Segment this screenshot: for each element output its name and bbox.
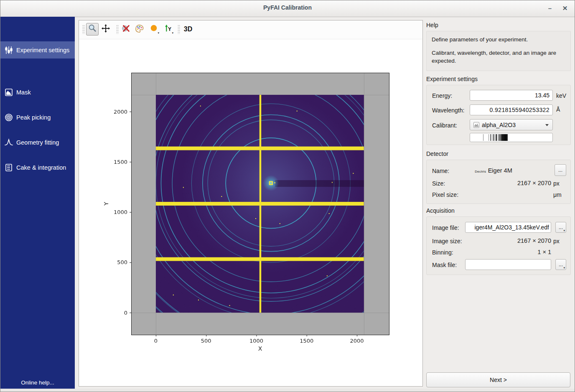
clear-button[interactable] [120, 23, 132, 36]
detector-size-unit: px [553, 180, 560, 187]
pan-button[interactable] [99, 23, 112, 36]
experiment-settings-title: Experiment settings [426, 76, 478, 82]
sidebar: Experiment settings Mask Peak picking [0, 17, 75, 389]
pixel-size-unit: μm [553, 191, 562, 198]
sidebar-item-peak-picking[interactable]: Peak picking [0, 109, 75, 126]
acquisition-group: Image file: ... ▾ Image size: 2167 × 207… [426, 216, 571, 275]
sidebar-item-label: Mask [16, 89, 31, 96]
diffraction-plot-canvas[interactable] [101, 63, 418, 360]
binning-value: 1 × 1 [427, 249, 551, 255]
detector-brand: Dectris [475, 170, 486, 173]
calibrant-rings-preview [470, 133, 553, 142]
close-button[interactable]: ✕ [559, 3, 571, 14]
title-bar: PyFAI Calibration – ✕ [0, 0, 575, 17]
magnifier-icon [88, 24, 97, 35]
red-cross-icon [121, 24, 130, 35]
help-box: Define parameters of your experiment. Ca… [426, 31, 571, 71]
energy-unit: keV [556, 92, 566, 99]
3d-label: 3D [184, 25, 192, 33]
energy-input[interactable] [470, 90, 553, 101]
chevron-down-icon: ▾ [563, 229, 565, 232]
image-file-label: Image file: [432, 224, 459, 231]
minimize-button[interactable]: – [544, 3, 556, 14]
sidebar-item-label: Cake & integration [16, 164, 66, 171]
toolbar-drag-handle[interactable] [116, 25, 119, 34]
image-size-unit: px [553, 238, 560, 244]
wavelength-unit: Å [556, 106, 560, 113]
detector-more-button[interactable]: ... [555, 164, 566, 176]
sidebar-item-label: Peak picking [16, 114, 51, 121]
image-size-value: 2167 × 2070 [427, 237, 551, 244]
chevron-down-icon: ▾ [172, 31, 173, 34]
sidebar-item-label: Experiment settings [16, 47, 69, 53]
next-button[interactable]: Next > [426, 372, 570, 387]
detector-size-value: 2167 × 2070 [427, 180, 551, 186]
y-axis-arrow-icon: Y [163, 24, 173, 35]
help-text-line1: Define parameters of your experiment. [432, 36, 565, 44]
online-help-link[interactable]: Online help... [0, 379, 75, 386]
peak-curve-icon [4, 138, 13, 147]
energy-label: Energy: [432, 92, 452, 99]
image-file-browse-button[interactable]: ... ▾ [555, 222, 566, 233]
chevron-down-icon [545, 124, 549, 126]
wavelength-label: Wavelength: [432, 107, 464, 114]
chevron-down-icon: ▾ [563, 266, 565, 269]
detector-section-title: Detector [426, 150, 448, 157]
sidebar-item-mask[interactable]: Mask [0, 84, 75, 101]
detector-group: Name: Dectris Eiger 4M ... Size: 2167 × … [426, 160, 571, 204]
window-title: PyFAI Calibration [0, 4, 575, 11]
sidebar-item-label: Geometry fitting [16, 139, 59, 146]
mask-icon [4, 88, 13, 97]
pixel-size-label: Pixel size: [432, 191, 458, 198]
svg-text:Y: Y [168, 26, 171, 32]
zoom-button[interactable] [86, 23, 99, 36]
plot-toolbar: ▾ Y ▾ 3D [79, 20, 422, 39]
sidebar-item-experiment-settings[interactable]: Experiment settings [0, 41, 75, 59]
y-axis-orientation-button[interactable]: Y ▾ [162, 23, 174, 36]
help-text-line2: Calibrant, wavelength, detector, and an … [432, 49, 565, 65]
sidebar-item-geometry-fitting[interactable]: Geometry fitting [0, 134, 75, 151]
wavelength-input[interactable] [470, 104, 553, 115]
calibrant-select[interactable]: alpha_Al2O3 [470, 119, 553, 130]
window-bottom-strip [0, 389, 575, 392]
calibrant-label: Calibrant: [432, 122, 457, 129]
help-section-title: Help [426, 22, 438, 28]
toolbar-drag-handle[interactable] [82, 25, 85, 34]
lined-square-icon [4, 163, 13, 172]
concentric-rings-icon [4, 113, 13, 122]
chevron-down-icon: ▾ [158, 31, 159, 34]
toolbar-drag-handle[interactable] [178, 25, 180, 34]
experiment-settings-group: Energy: keV Wavelength: Å Calibrant: alp… [426, 85, 571, 145]
mask-file-browse-button[interactable]: ... ▾ [555, 259, 566, 270]
mode-3d-button[interactable]: 3D [181, 23, 195, 36]
mask-display-button[interactable]: ▾ [148, 23, 160, 36]
colormap-button[interactable] [133, 23, 145, 36]
mask-file-input[interactable] [465, 259, 551, 270]
move-arrows-icon [101, 24, 110, 35]
sidebar-item-cake-integration[interactable]: Cake & integration [0, 159, 75, 176]
plot-panel: ▾ Y ▾ 3D [79, 20, 423, 387]
mask-file-label: Mask file: [432, 262, 457, 268]
histogram-icon [473, 122, 479, 128]
detector-name-value: Dectris Eiger 4M [427, 167, 560, 174]
image-file-input[interactable] [465, 222, 551, 233]
orange-circle-icon [149, 24, 158, 35]
sliders-icon [4, 46, 13, 55]
palette-icon [135, 24, 144, 35]
acquisition-section-title: Acquisition [426, 207, 455, 214]
calibrant-value: alpha_Al2O3 [482, 122, 516, 128]
